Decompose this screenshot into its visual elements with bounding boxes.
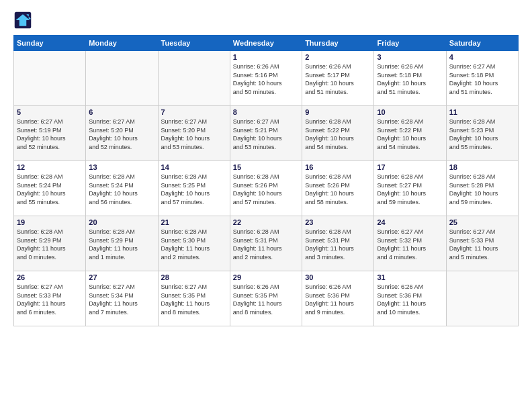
day-info: Sunrise: 6:27 AM Sunset: 5:35 PM Dayligh… (161, 283, 227, 316)
calendar-cell: 30Sunrise: 6:26 AM Sunset: 5:36 PM Dayli… (302, 271, 374, 326)
day-header-saturday: Saturday (446, 36, 518, 51)
calendar-cell: 22Sunrise: 6:28 AM Sunset: 5:31 PM Dayli… (230, 216, 302, 271)
calendar-cell: 6Sunrise: 6:27 AM Sunset: 5:20 PM Daylig… (86, 106, 158, 161)
week-row-4: 26Sunrise: 6:27 AM Sunset: 5:33 PM Dayli… (14, 271, 519, 326)
day-info: Sunrise: 6:28 AM Sunset: 5:26 PM Dayligh… (233, 173, 299, 206)
day-number: 14 (161, 163, 227, 171)
day-info: Sunrise: 6:27 AM Sunset: 5:34 PM Dayligh… (89, 283, 154, 316)
calendar-cell: 1Sunrise: 6:26 AM Sunset: 5:16 PM Daylig… (230, 51, 302, 106)
day-number: 18 (449, 163, 515, 171)
day-number: 22 (233, 218, 299, 226)
day-number: 13 (89, 163, 154, 171)
day-number: 10 (377, 108, 443, 116)
day-info: Sunrise: 6:27 AM Sunset: 5:32 PM Dayligh… (377, 228, 443, 261)
day-info: Sunrise: 6:26 AM Sunset: 5:36 PM Dayligh… (305, 283, 371, 316)
calendar-cell: 21Sunrise: 6:28 AM Sunset: 5:30 PM Dayli… (158, 216, 230, 271)
calendar-cell: 2Sunrise: 6:26 AM Sunset: 5:17 PM Daylig… (302, 51, 374, 106)
day-header-thursday: Thursday (302, 36, 374, 51)
day-number: 30 (305, 273, 371, 281)
day-number: 9 (305, 108, 371, 116)
calendar-cell: 8Sunrise: 6:27 AM Sunset: 5:21 PM Daylig… (230, 106, 302, 161)
day-info: Sunrise: 6:26 AM Sunset: 5:18 PM Dayligh… (377, 62, 443, 96)
day-number: 3 (377, 53, 443, 61)
day-info: Sunrise: 6:26 AM Sunset: 5:17 PM Dayligh… (305, 62, 371, 96)
calendar-cell: 7Sunrise: 6:27 AM Sunset: 5:20 PM Daylig… (158, 106, 230, 161)
calendar-cell (446, 271, 518, 326)
header (13, 11, 519, 30)
logo-icon (13, 11, 32, 30)
day-number: 15 (233, 163, 299, 171)
calendar-cell: 19Sunrise: 6:28 AM Sunset: 5:29 PM Dayli… (14, 216, 86, 271)
calendar-cell: 25Sunrise: 6:27 AM Sunset: 5:33 PM Dayli… (446, 216, 518, 271)
day-number: 4 (449, 53, 515, 61)
day-info: Sunrise: 6:27 AM Sunset: 5:21 PM Dayligh… (233, 118, 299, 151)
day-number: 27 (89, 273, 154, 281)
day-number: 12 (17, 163, 83, 171)
calendar-cell: 18Sunrise: 6:28 AM Sunset: 5:28 PM Dayli… (446, 161, 518, 216)
day-number: 26 (17, 273, 83, 281)
calendar-cell: 9Sunrise: 6:28 AM Sunset: 5:22 PM Daylig… (302, 106, 374, 161)
day-info: Sunrise: 6:27 AM Sunset: 5:20 PM Dayligh… (89, 118, 154, 151)
day-info: Sunrise: 6:28 AM Sunset: 5:26 PM Dayligh… (305, 173, 371, 206)
day-info: Sunrise: 6:28 AM Sunset: 5:22 PM Dayligh… (305, 118, 371, 151)
week-row-0: 1Sunrise: 6:26 AM Sunset: 5:16 PM Daylig… (14, 51, 519, 106)
calendar-cell: 12Sunrise: 6:28 AM Sunset: 5:24 PM Dayli… (14, 161, 86, 216)
day-number: 7 (161, 108, 227, 116)
day-header-monday: Monday (86, 36, 158, 51)
day-header-tuesday: Tuesday (158, 36, 230, 51)
day-number: 1 (233, 53, 299, 61)
calendar-cell: 20Sunrise: 6:28 AM Sunset: 5:29 PM Dayli… (86, 216, 158, 271)
day-info: Sunrise: 6:27 AM Sunset: 5:19 PM Dayligh… (17, 118, 83, 151)
day-number: 8 (233, 108, 299, 116)
week-row-2: 12Sunrise: 6:28 AM Sunset: 5:24 PM Dayli… (14, 161, 519, 216)
calendar-cell: 27Sunrise: 6:27 AM Sunset: 5:34 PM Dayli… (86, 271, 158, 326)
calendar-cell (158, 51, 230, 106)
calendar-cell: 10Sunrise: 6:28 AM Sunset: 5:22 PM Dayli… (374, 106, 446, 161)
day-info: Sunrise: 6:28 AM Sunset: 5:24 PM Dayligh… (89, 173, 154, 206)
day-number: 25 (449, 218, 515, 226)
day-info: Sunrise: 6:28 AM Sunset: 5:31 PM Dayligh… (305, 228, 371, 261)
day-info: Sunrise: 6:28 AM Sunset: 5:24 PM Dayligh… (17, 173, 83, 206)
calendar-table: SundayMondayTuesdayWednesdayThursdayFrid… (13, 35, 519, 326)
header-row: SundayMondayTuesdayWednesdayThursdayFrid… (14, 36, 519, 51)
day-info: Sunrise: 6:28 AM Sunset: 5:31 PM Dayligh… (233, 228, 299, 261)
week-row-1: 5Sunrise: 6:27 AM Sunset: 5:19 PM Daylig… (14, 106, 519, 161)
calendar-cell: 4Sunrise: 6:27 AM Sunset: 5:18 PM Daylig… (446, 51, 518, 106)
calendar-cell: 11Sunrise: 6:28 AM Sunset: 5:23 PM Dayli… (446, 106, 518, 161)
logo (13, 11, 35, 30)
day-number: 17 (377, 163, 443, 171)
calendar-cell: 5Sunrise: 6:27 AM Sunset: 5:19 PM Daylig… (14, 106, 86, 161)
day-info: Sunrise: 6:27 AM Sunset: 5:33 PM Dayligh… (17, 283, 83, 316)
day-info: Sunrise: 6:28 AM Sunset: 5:29 PM Dayligh… (89, 228, 154, 261)
day-header-sunday: Sunday (14, 36, 86, 51)
day-number: 19 (17, 218, 83, 226)
calendar-cell: 28Sunrise: 6:27 AM Sunset: 5:35 PM Dayli… (158, 271, 230, 326)
calendar-cell (14, 51, 86, 106)
day-info: Sunrise: 6:26 AM Sunset: 5:35 PM Dayligh… (233, 283, 299, 316)
calendar-cell: 13Sunrise: 6:28 AM Sunset: 5:24 PM Dayli… (86, 161, 158, 216)
day-number: 11 (449, 108, 515, 116)
calendar-cell: 17Sunrise: 6:28 AM Sunset: 5:27 PM Dayli… (374, 161, 446, 216)
day-number: 16 (305, 163, 371, 171)
day-info: Sunrise: 6:28 AM Sunset: 5:27 PM Dayligh… (377, 173, 443, 206)
day-number: 2 (305, 53, 371, 61)
day-header-friday: Friday (374, 36, 446, 51)
calendar-cell: 15Sunrise: 6:28 AM Sunset: 5:26 PM Dayli… (230, 161, 302, 216)
calendar-cell (86, 51, 158, 106)
day-info: Sunrise: 6:28 AM Sunset: 5:23 PM Dayligh… (449, 118, 515, 151)
day-number: 20 (89, 218, 154, 226)
day-number: 5 (17, 108, 83, 116)
calendar-cell: 26Sunrise: 6:27 AM Sunset: 5:33 PM Dayli… (14, 271, 86, 326)
calendar-cell: 14Sunrise: 6:28 AM Sunset: 5:25 PM Dayli… (158, 161, 230, 216)
day-info: Sunrise: 6:27 AM Sunset: 5:33 PM Dayligh… (449, 228, 515, 261)
day-number: 21 (161, 218, 227, 226)
calendar-cell: 16Sunrise: 6:28 AM Sunset: 5:26 PM Dayli… (302, 161, 374, 216)
day-number: 24 (377, 218, 443, 226)
day-info: Sunrise: 6:26 AM Sunset: 5:16 PM Dayligh… (233, 62, 299, 96)
page: SundayMondayTuesdayWednesdayThursdayFrid… (0, 0, 532, 411)
day-number: 28 (161, 273, 227, 281)
day-info: Sunrise: 6:28 AM Sunset: 5:28 PM Dayligh… (449, 173, 515, 206)
day-info: Sunrise: 6:28 AM Sunset: 5:30 PM Dayligh… (161, 228, 227, 261)
day-info: Sunrise: 6:28 AM Sunset: 5:29 PM Dayligh… (17, 228, 83, 261)
calendar-cell: 29Sunrise: 6:26 AM Sunset: 5:35 PM Dayli… (230, 271, 302, 326)
